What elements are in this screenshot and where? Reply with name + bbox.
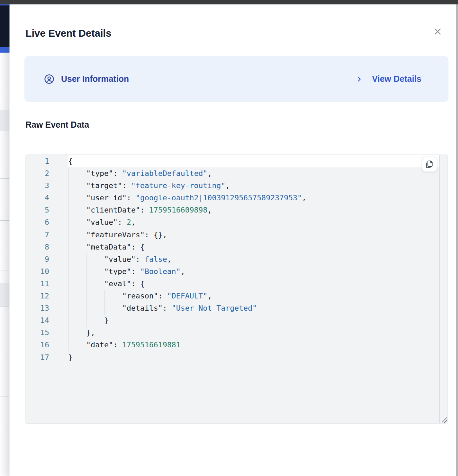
line-number: 4 [26, 192, 49, 204]
background-table-strip [0, 53, 9, 476]
background-row-line [0, 238, 9, 238]
code-line: "details": "User Not Targeted" [68, 302, 439, 314]
line-number: 9 [26, 253, 49, 266]
code-line: "user_id": "google-oauth2|10039129565758… [68, 192, 439, 204]
browser-top-bar [0, 0, 458, 4]
line-number: 17 [26, 351, 49, 364]
user-information-banner[interactable]: User Information View Details [24, 56, 449, 102]
background-row-band [0, 110, 9, 131]
resize-handle[interactable] [440, 416, 448, 424]
line-number: 1 [26, 155, 49, 167]
background-page-strip [0, 4, 9, 476]
line-number: 14 [26, 314, 49, 327]
background-row-line [0, 220, 9, 221]
background-row-line [0, 444, 9, 444]
sidebar-active-item [0, 47, 9, 53]
line-number: 7 [26, 229, 49, 241]
indent-guide [104, 290, 105, 314]
code-line: "value": false, [68, 253, 439, 266]
code-line: "target": "feature-key-routing", [68, 180, 439, 192]
line-number: 12 [26, 290, 49, 302]
line-number: 3 [26, 180, 49, 192]
resize-handle-icon [440, 416, 448, 424]
code-line: { [68, 155, 439, 167]
code-line: } [68, 314, 439, 327]
line-number: 8 [26, 241, 49, 253]
code-line: "featureVars": {}, [68, 229, 439, 241]
view-details-label: View Details [372, 74, 421, 84]
code-line: "reason": "DEFAULT", [68, 290, 439, 302]
background-row-line [0, 131, 9, 131]
line-number: 13 [26, 302, 49, 314]
view-details-button[interactable]: View Details [355, 74, 421, 84]
editor-scrollbar-gutter[interactable] [439, 155, 447, 423]
code-line: "metaData": { [68, 241, 439, 253]
line-number: 16 [26, 339, 49, 351]
code-line: } [68, 351, 439, 364]
background-row-band [0, 283, 9, 307]
background-row-line [0, 254, 9, 254]
live-event-details-panel: Live Event Details User Information View… [9, 4, 458, 476]
background-row-line [0, 397, 9, 397]
background-row-line [0, 356, 9, 356]
section-heading: Raw Event Data [25, 120, 89, 130]
line-number: 5 [26, 204, 49, 216]
code-line: "eval": { [68, 278, 439, 290]
raw-event-code-editor[interactable]: 1234567891011121314151617 { "type": "var… [25, 154, 448, 424]
code-line: "type": "Boolean", [68, 266, 439, 278]
app-sidebar-strip [0, 5, 9, 47]
background-row-line [0, 110, 9, 110]
background-row-line [0, 178, 9, 179]
line-number: 11 [26, 278, 49, 290]
code-gutter: 1234567891011121314151617 [26, 155, 67, 423]
code-content[interactable]: { "type": "variableDefaulted", "target":… [67, 155, 439, 423]
code-line: "date": 1759516619881 [68, 339, 439, 351]
code-line: }, [68, 327, 439, 339]
window-scrollbar[interactable] [456, 4, 458, 476]
code-line: "clientDate": 1759516609898, [68, 204, 439, 216]
background-row-line [0, 271, 9, 271]
background-row-line [0, 307, 9, 307]
chevron-right-icon [355, 74, 363, 84]
copy-button[interactable] [422, 157, 437, 172]
close-icon [433, 26, 443, 37]
line-number: 10 [26, 266, 49, 278]
line-number: 15 [26, 327, 49, 339]
user-circle-icon [44, 74, 54, 84]
close-button[interactable] [430, 24, 445, 39]
copy-icon [425, 160, 434, 168]
indent-guide [69, 167, 69, 351]
code-line: "value": 2, [68, 216, 439, 228]
page-title: Live Event Details [25, 28, 111, 39]
banner-label: User Information [61, 74, 129, 84]
indent-guide [87, 253, 87, 327]
line-number: 6 [26, 216, 49, 228]
background-row-line [0, 283, 9, 283]
code-line: "type": "variableDefaulted", [68, 167, 439, 180]
line-number: 2 [26, 167, 49, 180]
